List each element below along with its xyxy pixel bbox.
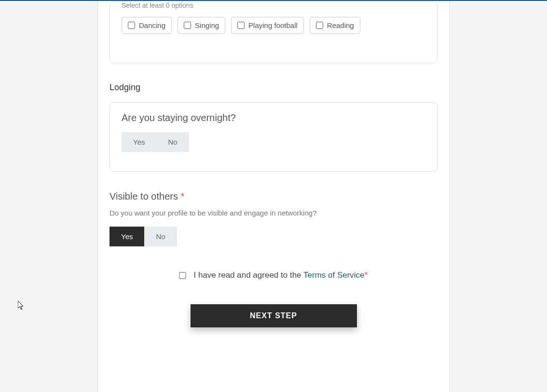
- hobby-option-reading[interactable]: Reading: [310, 17, 360, 34]
- visibility-yes-button[interactable]: Yes: [109, 227, 144, 246]
- terms-row: I have read and agreed to the Terms of S…: [109, 270, 438, 280]
- hobby-option-dancing[interactable]: Dancing: [122, 17, 172, 34]
- hobbies-helper: Select at least 0 options: [122, 1, 425, 9]
- lodging-yes-button[interactable]: Yes: [122, 132, 156, 152]
- lodging-question: Are you staying overnight?: [122, 112, 425, 123]
- hobby-label: Playing football: [248, 21, 298, 29]
- visibility-subtitle: Do you want your profile to be visible a…: [109, 209, 438, 217]
- required-asterisk: *: [181, 191, 185, 202]
- hobby-label: Reading: [327, 21, 354, 29]
- cursor-icon: [18, 301, 26, 311]
- checkbox-icon: [237, 22, 245, 29]
- terms-checkbox[interactable]: [179, 272, 186, 279]
- visibility-section: Visible to others * Do you want your pro…: [109, 191, 438, 246]
- lodging-section-title: Lodging: [109, 82, 438, 93]
- next-step-button[interactable]: NEXT STEP: [191, 304, 357, 327]
- form-container: Select at least 0 options Dancing Singin…: [97, 1, 450, 392]
- hobby-option-playing-football[interactable]: Playing football: [231, 17, 304, 34]
- terms-text: I have read and agreed to the: [191, 270, 303, 280]
- lodging-card: Are you staying overnight? Yes No: [109, 102, 438, 172]
- required-asterisk: *: [365, 270, 368, 280]
- terms-link[interactable]: Terms of Service: [303, 270, 365, 280]
- checkbox-icon: [128, 22, 135, 29]
- lodging-no-button[interactable]: No: [156, 132, 189, 152]
- hobby-label: Singing: [195, 21, 219, 29]
- hobby-label: Dancing: [139, 21, 165, 29]
- lodging-toggle: Yes No: [122, 132, 189, 152]
- visibility-title: Visible to others *: [109, 191, 438, 202]
- hobby-option-singing[interactable]: Singing: [178, 17, 225, 34]
- hobbies-card: Select at least 0 options Dancing Singin…: [109, 1, 438, 63]
- visibility-toggle: Yes No: [109, 227, 177, 246]
- visibility-no-button[interactable]: No: [144, 227, 177, 246]
- checkbox-icon: [184, 22, 191, 29]
- checkbox-icon: [316, 22, 323, 29]
- hobbies-options: Dancing Singing Playing football Reading: [122, 17, 425, 34]
- visibility-title-text: Visible to others: [109, 191, 181, 202]
